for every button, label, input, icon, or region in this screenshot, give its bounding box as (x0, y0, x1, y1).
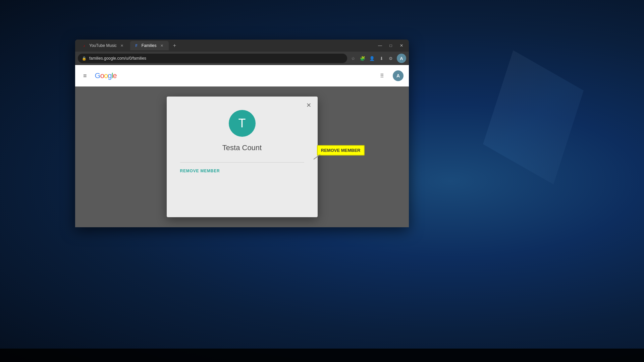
families-favicon: F (134, 43, 139, 48)
settings-icon[interactable]: ⚙ (387, 54, 395, 62)
callout-box: REMOVE MEMBER (317, 145, 365, 156)
logo-g2: g (108, 71, 111, 80)
title-bar: ♪ YouTube Music ✕ F Families ✕ + — □ ✕ (75, 40, 409, 52)
youtube-music-tab-label: YouTube Music (89, 43, 117, 48)
windows-taskbar (0, 349, 644, 362)
callout-arrow (314, 155, 354, 185)
windows-bg-detail (483, 50, 584, 184)
google-header: ≡ Google ⠿ A (75, 65, 409, 86)
close-button[interactable]: ✕ (397, 42, 406, 49)
modal-close-button[interactable]: ✕ (304, 101, 314, 110)
modal-footer: REMOVE MEMBER (180, 163, 304, 179)
hamburger-menu-icon[interactable]: ≡ (80, 70, 90, 82)
modal-dialog: ✕ T Testa Count REMOVE MEMBER (167, 97, 318, 217)
logo-o2: o (104, 71, 108, 80)
header-avatar[interactable]: A (393, 70, 404, 81)
page-background: ✕ T Testa Count REMOVE MEMBER (75, 86, 409, 227)
modal-overlay: ✕ T Testa Count REMOVE MEMBER (75, 86, 409, 227)
user-icon[interactable]: 👤 (368, 54, 376, 62)
logo-e: e (113, 71, 116, 80)
minimize-button[interactable]: — (375, 42, 385, 49)
window-controls: — □ ✕ (375, 42, 406, 49)
member-name: Testa Count (222, 143, 262, 152)
tab-families[interactable]: F Families ✕ (130, 41, 169, 50)
logo-g: G (95, 71, 100, 80)
logo-o1: o (100, 71, 104, 80)
youtube-music-tab-close[interactable]: ✕ (119, 43, 125, 48)
maximize-button[interactable]: □ (386, 42, 395, 49)
address-bar-actions: ☆ 🧩 👤 ⬇ ⚙ (349, 54, 395, 62)
downloads-icon[interactable]: ⬇ (377, 54, 385, 62)
svg-line-0 (314, 155, 320, 183)
address-bar[interactable]: 🔒 families.google.com/u/0/families (78, 54, 347, 63)
browser-profile-avatar[interactable]: A (397, 54, 406, 63)
tab-youtube-music[interactable]: ♪ YouTube Music ✕ (78, 41, 129, 50)
new-tab-button[interactable]: + (170, 41, 179, 50)
address-text: families.google.com/u/0/families (89, 56, 343, 61)
youtube-music-favicon: ♪ (82, 43, 87, 48)
remove-member-button[interactable]: REMOVE MEMBER (180, 167, 220, 175)
lock-icon: 🔒 (82, 56, 87, 61)
extensions-icon[interactable]: 🧩 (359, 54, 367, 62)
families-tab-close[interactable]: ✕ (159, 43, 165, 48)
browser-window: ♪ YouTube Music ✕ F Families ✕ + — □ ✕ 🔒… (75, 40, 409, 227)
member-avatar: T (229, 110, 256, 137)
apps-icon[interactable]: ⠿ (377, 70, 387, 81)
address-bar-row: 🔒 families.google.com/u/0/families ☆ 🧩 👤… (75, 52, 409, 65)
families-tab-label: Families (142, 43, 157, 48)
google-logo: Google (95, 71, 117, 80)
bookmark-icon[interactable]: ☆ (349, 54, 357, 62)
page-content: ≡ Google ⠿ A ✕ T Testa Count (75, 65, 409, 227)
callout-container: REMOVE MEMBER (317, 145, 365, 156)
